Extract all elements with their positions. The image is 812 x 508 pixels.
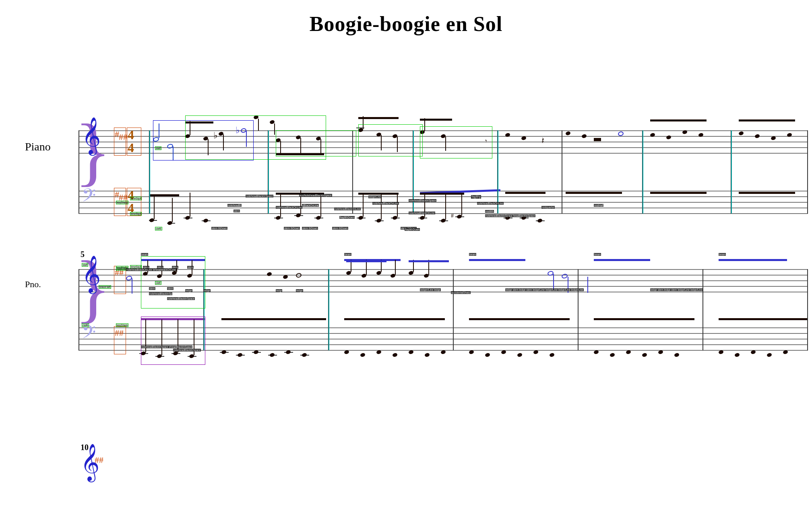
lbl-bass-many1: ledge stem ledge stem ledge/Line ledge/L… [505,288,584,291]
s2-nh-b-13 [376,350,382,355]
s2-nh-b-14 [392,353,398,358]
beam-b3 [358,193,399,195]
lbl-ledge-bass1: ledge [185,289,192,292]
page: Boogie-boogie en Sol Piano } [0,0,812,502]
notehead-b4-1 [358,216,364,220]
beam-s2-b1 [141,318,205,320]
lbl-ledgr-bass: ledgr [276,289,282,292]
notehead-b5-2 [440,218,446,223]
treble-clef-1: 𝄞 [82,119,101,152]
page-title: Boogie-boogie en Sol [0,0,812,44]
s2-lbl-clef6: clef6 [82,323,89,327]
treble-clef-2: 𝄞 [82,258,101,290]
s2-nh-b-16 [424,353,430,358]
s2-nh-b-20 [501,350,506,355]
lbl-staff: staff [155,146,161,150]
notehead-b3-2 [295,213,301,218]
flat-acc-1: ♭ [213,130,217,141]
s2-nh-b-2 [157,354,162,359]
stem-t1-1 [159,123,159,138]
lbl-restquarter: restquarter [541,206,555,209]
stem-t4-2 [445,137,446,151]
s2-nh-b-29 [674,353,680,358]
beam-b4 [420,193,464,195]
stem-t2-1 [280,141,281,155]
beam-b1 [149,194,179,196]
s2-nh-b-9 [285,350,291,355]
lbl-nhbis3: noteheadBlackInSpace headBlackInSpace [485,214,535,217]
stem-b4-2 [381,195,382,220]
s2-nh-b-24 [593,350,599,355]
instrument-label: Piano [25,140,51,153]
beam-s2-t4 [594,259,650,261]
lbl-accsharp: accidentalSharp [451,291,471,294]
s2-nh-b-25 [610,353,615,358]
s2-nh-b-19 [485,353,490,358]
lbl-timesig4-bot: timeSig4 [130,212,142,216]
lbl-nhbis-bass2: noteheadBlackInSpace [167,297,195,300]
s2-nh-b-32 [750,350,756,355]
stem-b5-3 [461,193,462,216]
beam-s2-t1 [141,259,205,261]
stem-t1-6 [246,131,247,147]
lbl-stem-bass2: stem [167,287,174,290]
score-area: Piano } [0,44,812,502]
barline-cyan-8 [731,130,732,214]
lbl-timesig4-top: timeSig4 [130,197,142,200]
s2-nh-b-22 [533,350,539,355]
staff-group-1: 𝄞 𝄢 # ## # ## 44 44 [79,108,808,245]
beam-s2-t5 [719,259,787,261]
system-3: 10 𝄞 ## [0,442,161,482]
time-sig-treble: 44 [128,128,134,154]
flat-acc-blue: ♭ [236,125,240,136]
lbl-ledge-bass3: ledge [296,289,303,292]
stem-b5-2 [445,195,446,220]
s2-nh-b-4 [189,354,194,359]
stem-b1-2 [172,198,173,222]
stem-high-2 [274,123,275,135]
beam-s2-b6 [719,318,807,320]
barline-s2-3 [453,269,454,350]
lbl-dblackonline: dBlackOnLine [302,204,319,207]
lbl-stem-1: stem [233,210,240,212]
lbl-clef6: clef6 [155,227,162,230]
lbl-notehead-bl: noteheadBl [227,204,242,207]
barline-s2-cyan-2 [329,269,329,350]
stem-t1-4 [208,139,209,155]
barline-cyan-7 [643,130,643,214]
stem-t2-3 [320,139,321,154]
beam-s2-t3 [469,259,525,261]
s2-lbl-beam3: beam [469,253,476,256]
s2-nh-b-7 [253,350,259,355]
sharp-acc-bass: # [451,213,454,219]
beam-s1-4 [650,119,707,121]
barline-s2-5 [702,269,703,350]
lbl-rest8: rest8th [485,210,494,213]
lbl-nhbol3: noteheadBlackOnLine [409,212,435,214]
s2-nh-b-30 [718,350,724,355]
beam-t2-1 [276,153,324,155]
stem-t3-3 [397,137,398,152]
notehead-b3-3 [316,216,321,220]
lbl-keysharp: keySharp [116,201,128,204]
lbl-nhbol2: noteheadBlackOnLine [334,208,361,210]
s2-lbl-nhbis-bass: noteheadBlackInSpace eheadBlackInSpace [141,346,192,348]
lbl-stem-bass1: stem [149,287,155,290]
beam-s2-b2 [221,318,326,320]
stem-t3-2 [381,135,382,150]
barline-cyan-1 [149,130,150,214]
stem-t2-2 [300,138,301,153]
s2-nh-b-15 [408,350,414,355]
s2-nh-b-17 [440,350,446,355]
lbl-stem-thdown-2: stem thDown [284,227,300,230]
barline-end [807,130,808,214]
s2-nh-b-33 [767,353,772,358]
notehead-b3-1 [275,216,281,220]
lbl-accnhbis: acciNoteheadBlackInSpace [299,194,332,197]
stem-b3-1 [280,193,281,217]
notehead-b2-2 [203,218,209,223]
s2-lbl-beam: beam [141,253,148,256]
start-barline [79,130,79,214]
staff-group-2: 𝄞 𝄢 ## ## [79,249,808,386]
lbl-flag8: flag8thDown [339,216,355,219]
